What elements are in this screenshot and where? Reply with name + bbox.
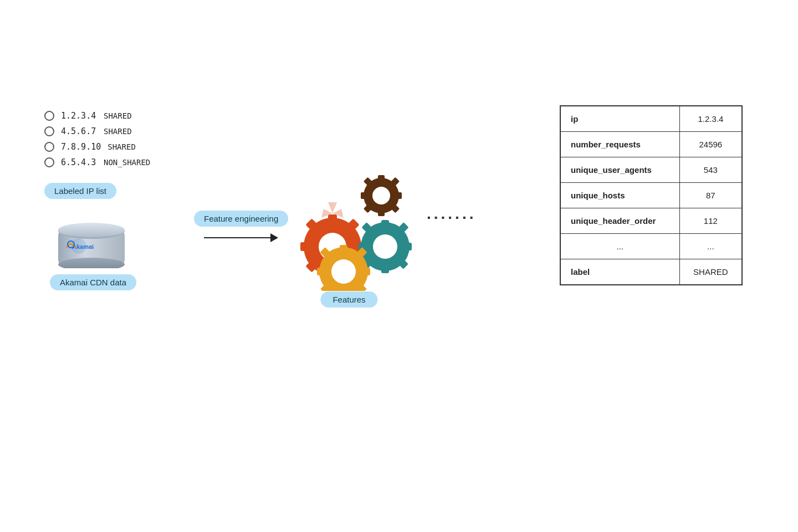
arrow-section: Feature engineering (194, 211, 288, 242)
table-key-4: unique_header_order (560, 208, 679, 234)
table-value-3: 87 (679, 183, 742, 208)
table-row-5: ... ... (560, 234, 742, 259)
table-key-5: ... (560, 234, 679, 259)
feature-table: ip 1.2.3.4 number_requests 24596 unique_… (560, 105, 743, 285)
table-row-3: unique_hosts 87 (560, 183, 742, 208)
feature-engineering-label: Feature engineering (194, 211, 288, 227)
arrow-line (204, 233, 278, 242)
svg-rect-18 (378, 175, 385, 183)
svg-rect-40 (317, 268, 327, 275)
svg-rect-8 (328, 214, 337, 226)
table-value-2: 543 (679, 157, 742, 183)
ip-row-4: 6.5.4.3 NON_SHARED (44, 157, 183, 167)
ip-list: 1.2.3.4 SHARED 4.5.6.7 SHARED 7.8.9.10 S… (44, 111, 183, 167)
ip-row-3: 7.8.9.10 SHARED (44, 142, 183, 152)
table-key-6: label (560, 259, 679, 285)
ip-address-3: 7.8.9.10 (61, 142, 101, 152)
ip-address-4: 6.5.4.3 (61, 157, 97, 167)
table-value-0: 1.2.3.4 (679, 106, 742, 132)
svg-point-36 (373, 234, 397, 259)
svg-rect-29 (381, 263, 389, 273)
ip-label-4: NON_SHARED (104, 158, 150, 167)
svg-rect-38 (340, 245, 347, 255)
ip-circle-3 (44, 142, 54, 152)
db-icon: Akamai (55, 216, 122, 265)
gears-section: Features (283, 147, 416, 302)
labeled-ip-badge: Labeled IP list (44, 183, 116, 199)
ip-row-2: 4.5.6.7 SHARED (44, 126, 183, 136)
table-body: ip 1.2.3.4 number_requests 24596 unique_… (560, 106, 742, 285)
ip-label-2: SHARED (104, 127, 132, 136)
table-key-1: number_requests (560, 132, 679, 157)
svg-rect-31 (402, 243, 412, 250)
features-label: Features (320, 291, 377, 308)
ip-circle-1 (44, 111, 54, 121)
left-section: 1.2.3.4 SHARED 4.5.6.7 SHARED 7.8.9.10 S… (44, 111, 183, 290)
db-cylinder-svg: Akamai (55, 216, 127, 268)
ip-label-3: SHARED (108, 142, 136, 151)
svg-rect-41 (360, 268, 370, 275)
svg-rect-39 (340, 288, 347, 291)
ip-circle-4 (44, 157, 54, 167)
table-key-0: ip (560, 106, 679, 132)
svg-rect-28 (381, 220, 389, 230)
table-row-6: label SHARED (560, 259, 742, 285)
table-row-1: number_requests 24596 (560, 132, 742, 157)
table-row-2: unique_user_agents 543 (560, 157, 742, 183)
gears-svg (283, 147, 416, 291)
svg-rect-21 (393, 192, 402, 199)
table-value-6: SHARED (679, 259, 742, 285)
table-key-3: unique_hosts (560, 183, 679, 208)
diagram-container: 1.2.3.4 SHARED 4.5.6.7 SHARED 7.8.9.10 S… (0, 0, 798, 532)
svg-rect-10 (300, 242, 311, 251)
ip-address-1: 1.2.3.4 (61, 111, 97, 121)
table-value-4: 112 (679, 208, 742, 234)
svg-rect-19 (378, 208, 385, 216)
akamai-badge: Akamai CDN data (50, 274, 136, 290)
table-key-2: unique_user_agents (560, 157, 679, 183)
table-value-1: 24596 (679, 132, 742, 157)
dots-section: ....... (427, 205, 476, 223)
svg-point-3 (58, 223, 125, 237)
arrow-shaft (204, 237, 270, 239)
ip-label-1: SHARED (104, 111, 132, 120)
table-row-0: ip 1.2.3.4 (560, 106, 742, 132)
table-section: ip 1.2.3.4 number_requests 24596 unique_… (560, 105, 743, 285)
table-value-5: ... (679, 234, 742, 259)
db-section: Akamai Akamai CDN data (44, 216, 183, 290)
arrow-head (270, 233, 278, 242)
svg-rect-20 (361, 192, 369, 199)
gears-svg-container (283, 147, 416, 291)
table-row-4: unique_header_order 112 (560, 208, 742, 234)
ip-row-1: 1.2.3.4 SHARED (44, 111, 183, 121)
svg-point-26 (372, 187, 390, 204)
svg-point-46 (331, 259, 356, 284)
ip-address-2: 4.5.6.7 (61, 126, 97, 136)
ip-circle-2 (44, 126, 54, 136)
